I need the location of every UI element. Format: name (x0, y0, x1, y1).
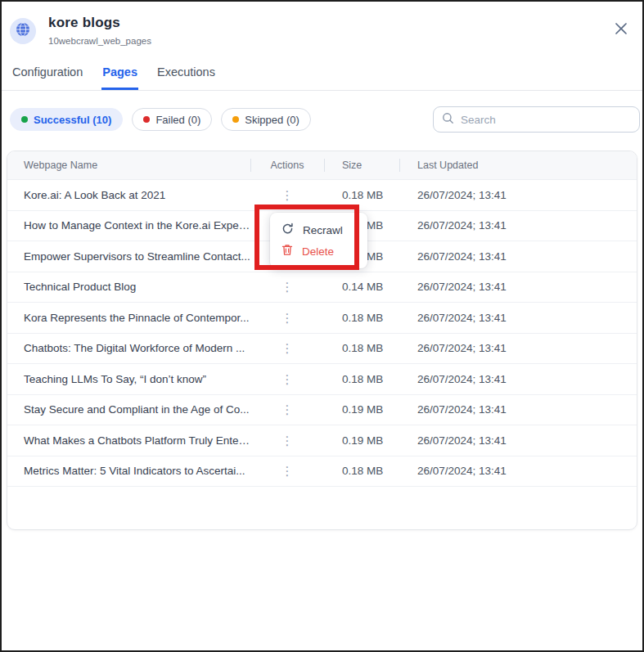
row-actions-menu-icon[interactable]: ⋮ (277, 187, 299, 203)
webpage-name: Kore.ai: A Look Back at 2021 (7, 189, 250, 201)
row-updated: 26/07/2024; 13:41 (399, 219, 637, 232)
search-box (433, 106, 640, 133)
recrawl-menu-item[interactable]: Recrawl (270, 220, 367, 240)
filter-skipped-label: Skipped (0) (245, 114, 299, 126)
webpage-name: Stay Secure and Compliant in the Age of … (7, 403, 250, 416)
webpage-modal: kore blogs 10webcrawl_web_pages Configur… (0, 0, 644, 652)
row-size: 0.18 MB (324, 312, 399, 324)
webpage-name: Teaching LLMs To Say, “I don’t know” (7, 373, 250, 385)
page-title: kore blogs (48, 15, 151, 31)
skipped-dot-icon (232, 116, 239, 123)
table-row: What Makes a Chatbots Platform Truly Ent… (7, 425, 637, 456)
row-size: 0.19 MB (324, 403, 399, 416)
close-icon (614, 26, 628, 38)
tab-pages[interactable]: Pages (101, 57, 138, 90)
table-row: Chatbots: The Digital Workforce of Moder… (7, 334, 637, 365)
webpage-name: How to Manage Context in the Kore.ai Exp… (7, 219, 250, 232)
pages-table: Webpage Name Actions Size Last Updated K… (7, 151, 637, 530)
filter-failed-label: Failed (0) (155, 114, 200, 126)
webpage-name: Metrics Matter: 5 Vital Indicators to As… (7, 465, 250, 477)
filter-successful[interactable]: Successful (10) (10, 108, 123, 131)
table-row: Teaching LLMs To Say, “I don’t know” ⋮ 0… (7, 364, 637, 395)
row-updated: 26/07/2024; 13:41 (399, 373, 637, 385)
toolbar: Successful (10) Failed (0) Skipped (0) (2, 106, 642, 133)
row-updated: 26/07/2024; 13:41 (399, 250, 637, 263)
column-header-webpage-name: Webpage Name (7, 160, 250, 171)
column-header-size: Size (324, 160, 399, 171)
column-divider (324, 159, 325, 172)
row-updated: 26/07/2024; 13:41 (399, 465, 637, 477)
webpage-name: Kora Represents the Pinnacle of Contempo… (7, 312, 250, 324)
table-row: Kora Represents the Pinnacle of Contempo… (7, 303, 637, 334)
recrawl-label: Recrawl (303, 224, 343, 236)
row-size: 0.18 MB (324, 189, 399, 201)
table-row: Kore.ai: A Look Back at 2021 ⋮ 0.18 MB 2… (7, 180, 637, 211)
row-size: 0.19 MB (324, 434, 399, 447)
avatar (10, 18, 36, 44)
modal-header: kore blogs 10webcrawl_web_pages (2, 2, 642, 46)
success-dot-icon (21, 116, 28, 123)
refresh-icon (281, 223, 294, 237)
tab-configuration[interactable]: Configuration (11, 57, 83, 90)
row-actions-menu-icon[interactable]: ⋮ (277, 279, 299, 295)
row-actions-menu-icon[interactable]: ⋮ (277, 433, 299, 448)
row-size: 0.14 MB (324, 281, 399, 293)
tab-executions[interactable]: Executions (156, 57, 216, 90)
row-updated: 26/07/2024; 13:41 (399, 342, 637, 354)
row-updated: 26/07/2024; 13:41 (399, 281, 637, 293)
table-row: Stay Secure and Compliant in the Age of … (7, 395, 637, 426)
filter-skipped[interactable]: Skipped (0) (221, 108, 310, 131)
failed-dot-icon (143, 116, 150, 123)
row-actions-menu-icon[interactable]: ⋮ (277, 310, 299, 326)
search-input[interactable] (461, 114, 631, 126)
globe-icon (16, 22, 30, 40)
delete-label: Delete (302, 245, 334, 258)
table-row: Technical Product Blog ⋮ 0.14 MB 26/07/2… (7, 272, 637, 304)
search-icon (442, 112, 454, 128)
column-divider (399, 159, 400, 172)
webpage-name: Empower Supervisors to Streamline Contac… (7, 250, 250, 263)
filter-successful-label: Successful (10) (34, 114, 111, 126)
row-updated: 26/07/2024; 13:41 (399, 403, 637, 416)
row-updated: 26/07/2024; 13:41 (399, 312, 637, 324)
row-size: 0.18 MB (324, 342, 399, 354)
filter-failed[interactable]: Failed (0) (132, 108, 212, 131)
row-updated: 26/07/2024; 13:41 (399, 189, 637, 201)
column-divider (250, 159, 251, 172)
tab-bar: Configuration Pages Executions (2, 57, 642, 91)
row-actions-menu-icon[interactable]: ⋮ (277, 340, 299, 356)
row-actions-menu-icon[interactable]: ⋮ (277, 402, 299, 417)
page-subtitle: 10webcrawl_web_pages (48, 36, 151, 46)
close-button[interactable] (613, 21, 629, 38)
row-updated: 26/07/2024; 13:41 (399, 434, 637, 447)
row-size: 0.18 MB (324, 465, 399, 477)
webpage-name: What Makes a Chatbots Platform Truly Ent… (7, 434, 250, 447)
column-header-last-updated: Last Updated (399, 160, 637, 171)
webpage-name: Technical Product Blog (7, 281, 250, 293)
row-context-menu: Recrawl Delete (270, 213, 367, 268)
row-actions-menu-icon[interactable]: ⋮ (277, 371, 299, 387)
table-header-row: Webpage Name Actions Size Last Updated (7, 151, 637, 180)
column-header-actions: Actions (250, 160, 324, 171)
table-row: Metrics Matter: 5 Vital Indicators to As… (7, 456, 637, 488)
status-filters: Successful (10) Failed (0) Skipped (0) (10, 108, 311, 131)
row-actions-menu-icon[interactable]: ⋮ (277, 463, 299, 479)
row-size: 0.18 MB (324, 373, 399, 385)
webpage-name: Chatbots: The Digital Workforce of Moder… (7, 342, 250, 354)
trash-icon (281, 244, 293, 259)
delete-menu-item[interactable]: Delete (270, 241, 367, 261)
